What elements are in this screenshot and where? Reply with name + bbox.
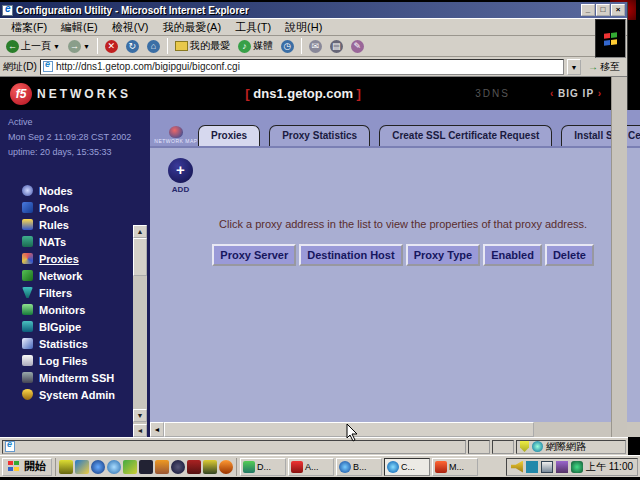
media-button[interactable]: ♪媒體 <box>235 38 276 54</box>
bigpipe-icon <box>22 321 33 332</box>
quick-launch-icon[interactable] <box>203 460 217 474</box>
favorites-button[interactable]: 我的最愛 <box>172 38 233 54</box>
tab-install-ssl-certificate[interactable]: Install SSL Certifi <box>561 125 640 146</box>
stop-button[interactable]: ✕ <box>102 39 121 54</box>
scroll-down-icon[interactable]: ▼ <box>133 409 147 422</box>
sidebar-item-nodes[interactable]: Nodes <box>0 182 150 199</box>
quick-launch-icon[interactable] <box>139 460 153 474</box>
ssh-icon <box>22 372 33 383</box>
close-button[interactable]: × <box>611 4 625 16</box>
tab-proxy-statistics[interactable]: Proxy Statistics <box>269 125 370 146</box>
edit-button[interactable]: ✎ <box>348 39 367 54</box>
maximize-button[interactable]: □ <box>596 4 610 16</box>
system-admin-icon <box>22 389 33 400</box>
add-proxy-button[interactable]: + ADD <box>168 158 193 194</box>
sidebar-item-mindterm-ssh[interactable]: Mindterm SSH <box>0 369 150 386</box>
home-button[interactable]: ⌂ <box>144 39 163 54</box>
sidebar-item-bigpipe[interactable]: BIGpipe <box>0 318 150 335</box>
link-bigip[interactable]: ‹ BIG IP › <box>550 88 602 99</box>
sidebar-item-proxies[interactable]: Proxies <box>0 250 150 267</box>
tray-app-icon[interactable] <box>556 461 568 473</box>
title-bar[interactable]: Configuration Utility - Microsoft Intern… <box>0 2 627 18</box>
sidebar-item-statistics[interactable]: Statistics <box>0 335 150 352</box>
menu-help[interactable]: 說明(H) <box>278 19 329 36</box>
quick-launch-icon[interactable] <box>59 460 73 474</box>
sidebar-item-pools[interactable]: Pools <box>0 199 150 216</box>
app-icon <box>243 461 255 473</box>
sidebar-item-filters[interactable]: Filters <box>0 284 150 301</box>
start-button[interactable]: 開始 <box>2 458 52 476</box>
back-dropdown-icon[interactable]: ▼ <box>53 43 60 50</box>
clock[interactable]: 上午 11:00 <box>586 460 633 474</box>
quick-launch-icon[interactable] <box>75 460 89 474</box>
task-button-3[interactable]: B... <box>336 458 382 476</box>
sidebar-item-monitors[interactable]: Monitors <box>0 301 150 318</box>
sidebar-item-nats[interactable]: NATs <box>0 233 150 250</box>
menu-view[interactable]: 檢視(V) <box>105 19 156 36</box>
refresh-button[interactable]: ↻ <box>123 39 142 54</box>
task-button-1[interactable]: D... <box>240 458 286 476</box>
task-button-2[interactable]: A... <box>288 458 334 476</box>
display-icon[interactable] <box>541 461 553 473</box>
add-icon[interactable]: + <box>168 158 193 183</box>
toolbar-divider <box>167 38 168 54</box>
window-right-gutter <box>611 77 627 437</box>
navigation-sidebar: Active Mon Sep 2 11:09:28 CST 2002 uptim… <box>0 110 150 437</box>
print-button[interactable]: ▤ <box>327 39 346 54</box>
column-header-proxy-type[interactable]: Proxy Type <box>406 244 481 266</box>
status-pane <box>468 440 490 454</box>
task-button-5[interactable]: M... <box>432 458 478 476</box>
link-3dns[interactable]: 3DNS <box>475 88 510 99</box>
main-content: NETWORK MAP Proxies Proxy Statistics Cre… <box>150 110 640 437</box>
scroll-left-icon[interactable]: ◄ <box>150 422 164 437</box>
menu-file[interactable]: 檔案(F) <box>4 19 54 36</box>
forward-dropdown-icon[interactable]: ▼ <box>83 43 90 50</box>
quick-launch-icon[interactable] <box>155 460 169 474</box>
scrollbar-thumb[interactable] <box>133 238 147 276</box>
system-status-block: Active Mon Sep 2 11:09:28 CST 2002 uptim… <box>0 110 150 160</box>
tab-proxies[interactable]: Proxies <box>198 125 260 146</box>
history-button[interactable]: ◷ <box>278 39 297 54</box>
app-icon <box>435 461 447 473</box>
address-input[interactable] <box>56 61 561 72</box>
sidebar-item-system-admin[interactable]: System Admin <box>0 386 150 403</box>
network-icon <box>22 270 33 281</box>
menu-favorites[interactable]: 我的最愛(A) <box>155 19 228 36</box>
menu-tools[interactable]: 工具(T) <box>228 19 278 36</box>
sidebar-item-network[interactable]: Network <box>0 267 150 284</box>
quick-launch-icon[interactable] <box>187 460 201 474</box>
menu-edit[interactable]: 編輯(E) <box>54 19 105 36</box>
scroll-up-icon[interactable]: ▲ <box>133 225 147 238</box>
content-horizontal-scrollbar[interactable]: ◄ ► <box>150 422 640 437</box>
quick-launch-icon[interactable] <box>107 460 121 474</box>
sidebar-item-rules[interactable]: Rules <box>0 216 150 233</box>
task-button-4[interactable]: C... <box>384 458 430 476</box>
forward-button[interactable]: →▼ <box>65 39 93 54</box>
mail-button[interactable]: ✉ <box>306 39 325 54</box>
quick-launch-icon[interactable] <box>91 460 105 474</box>
column-header-destination-host[interactable]: Destination Host <box>299 244 402 266</box>
address-input-box[interactable] <box>40 59 564 75</box>
tray-app-icon[interactable] <box>526 461 538 473</box>
column-header-delete[interactable]: Delete <box>545 244 594 266</box>
sidebar-scrollbar[interactable]: ▲ ▼ ◄ <box>133 225 147 437</box>
column-header-enabled[interactable]: Enabled <box>483 244 542 266</box>
address-dropdown-icon[interactable]: ▼ <box>567 59 581 75</box>
quick-launch-icon[interactable] <box>219 460 233 474</box>
minimize-button[interactable]: _ <box>581 4 595 16</box>
volume-icon[interactable] <box>511 461 523 473</box>
print-icon: ▤ <box>330 40 343 53</box>
go-button[interactable]: →移至 <box>584 60 624 74</box>
quick-launch-icon[interactable] <box>171 460 185 474</box>
network-map-button[interactable]: NETWORK MAP <box>154 126 198 144</box>
back-button[interactable]: ←上一頁▼ <box>3 38 63 54</box>
quick-launch-icon[interactable] <box>123 460 137 474</box>
tray-app-icon[interactable] <box>571 461 583 473</box>
sidebar-item-log-files[interactable]: Log Files <box>0 352 150 369</box>
tab-create-ssl-certificate-request[interactable]: Create SSL Certificate Request <box>379 125 552 146</box>
column-header-proxy-server[interactable]: Proxy Server <box>212 244 296 266</box>
task-button-area: D... A... B... C... M... <box>240 458 503 476</box>
security-shield-icon <box>520 441 529 452</box>
windows-taskbar: 開始 D... A... B... C... M... <box>0 455 640 477</box>
favorites-folder-icon <box>175 41 188 51</box>
